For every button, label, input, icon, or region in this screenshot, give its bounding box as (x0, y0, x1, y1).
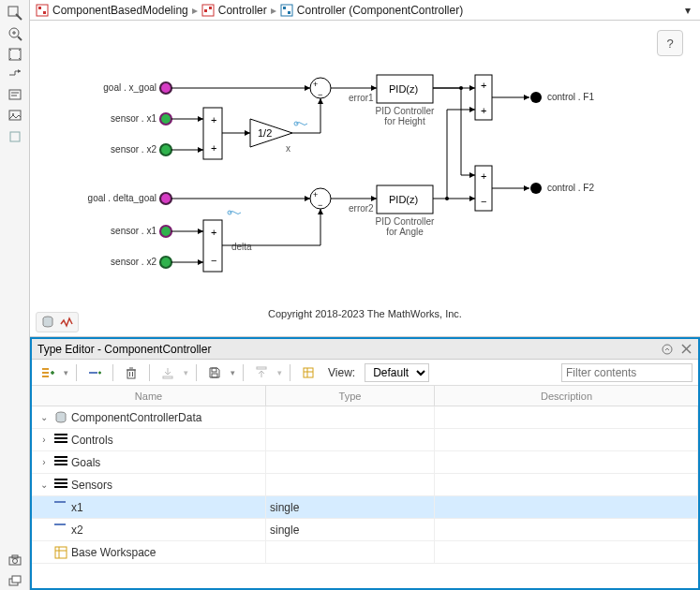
svg-point-29 (160, 82, 171, 94)
inport-sensor-x1-lower[interactable]: sensor . x1 (111, 226, 171, 237)
svg-text:PID Controllerfor Height: PID Controllerfor Height (376, 106, 435, 126)
svg-text:PID(z): PID(z) (389, 194, 418, 205)
svg-text:−: − (211, 255, 216, 266)
svg-text:+: + (313, 190, 318, 199)
type-editor-toolbar: ▾ ▾ ▾ ▾ View: Default (32, 360, 698, 386)
box-icon[interactable] (6, 127, 24, 146)
sum-error1-block[interactable]: + − (310, 78, 331, 99)
row-name: Sensors (71, 479, 112, 492)
expander-icon[interactable]: ⌄ (37, 479, 51, 490)
svg-point-58 (160, 193, 171, 204)
layers-icon[interactable] (6, 571, 24, 590)
svg-text:+: + (211, 227, 216, 238)
zoom-fit-icon[interactable] (6, 4, 24, 22)
left-toolbar (0, 0, 30, 590)
outport-control-f1[interactable]: control . F1 (530, 92, 594, 103)
breadcrumb-item-1[interactable]: Controller (201, 4, 267, 17)
outport-control-f2[interactable]: control . F2 (530, 183, 594, 194)
svg-rect-22 (43, 11, 46, 14)
type-row-componentcontrollerdata[interactable]: ⌄ComponentControllerData (32, 406, 698, 429)
new-element-icon[interactable] (84, 362, 105, 383)
data-dict-icon[interactable] (40, 315, 55, 330)
type-row-controls[interactable]: ›Controls (32, 429, 698, 451)
row-name: Goals (71, 456, 100, 469)
export-icon[interactable] (251, 362, 272, 383)
canvas-footer-icons (36, 312, 79, 332)
sources-icon[interactable] (298, 362, 319, 383)
inport-sensor-x2-lower[interactable]: sensor . x2 (111, 257, 171, 268)
import-icon[interactable] (157, 362, 178, 383)
type-row-x2[interactable]: x2single (32, 519, 698, 541)
svg-text:goal . x_goal: goal . x_goal (103, 82, 156, 93)
svg-line-3 (18, 37, 22, 40)
svg-text:+: + (481, 170, 486, 182)
fit-to-view-icon[interactable] (6, 45, 24, 64)
svg-point-87 (663, 345, 672, 354)
diagram-svg: goal . x_goal sensor . x1 sensor . x2 + … (30, 21, 700, 320)
expander-icon[interactable]: ⌄ (37, 412, 51, 422)
delete-icon[interactable] (121, 362, 141, 383)
type-row-x1[interactable]: x1single (32, 496, 698, 519)
inport-sensor-x2-upper[interactable]: sensor . x2 (111, 144, 171, 155)
sum-error2-block[interactable]: + − (310, 188, 331, 210)
new-bus-icon[interactable] (37, 362, 58, 383)
svg-text:error1: error1 (349, 93, 374, 103)
step-icon[interactable] (6, 66, 24, 84)
svg-rect-96 (163, 376, 172, 378)
svg-rect-99 (257, 367, 266, 369)
col-type[interactable]: Type (266, 386, 435, 406)
minimize-icon[interactable] (661, 343, 674, 356)
type-editor-panel: Type Editor - ComponentController ▾ ▾ ▾ … (30, 337, 700, 590)
camera-icon[interactable] (6, 551, 24, 569)
inport-goal-delta_goal[interactable]: goal . delta_goal (88, 193, 171, 204)
svg-marker-8 (18, 69, 21, 73)
svg-text:control . F2: control . F2 (547, 183, 594, 193)
svg-text:1/2: 1/2 (258, 127, 272, 139)
svg-rect-100 (304, 368, 313, 377)
type-editor-columns: Name Type Description (32, 386, 698, 406)
row-name: Controls (71, 434, 113, 447)
annotation-icon[interactable] (6, 86, 24, 105)
row-name: x2 (71, 524, 83, 537)
main-column: ComponentBasedModeling ▸ Controller ▸ Co… (30, 0, 700, 590)
inport-sensor-x1-upper[interactable]: sensor . x1 (111, 113, 171, 125)
breadcrumb-dropdown-icon[interactable]: ▾ (681, 4, 694, 17)
svg-point-82 (459, 86, 463, 90)
breadcrumb-item-2[interactable]: Controller (ComponentController) (280, 4, 463, 17)
subsystem-icon (201, 4, 215, 17)
expander-icon[interactable]: › (37, 457, 51, 467)
type-row-base-workspace[interactable]: Base Workspace (32, 541, 698, 564)
diagram-canvas[interactable]: ? goal . x_goal sensor . x1 sensor . x2 … (30, 21, 700, 337)
filter-contents-input[interactable] (561, 363, 693, 382)
breadcrumb-label-1: Controller (218, 4, 267, 17)
svg-rect-23 (202, 5, 214, 16)
inport-goal-x_goal[interactable]: goal . x_goal (103, 82, 171, 94)
svg-text:+: + (211, 142, 216, 154)
svg-text:sensor . x2: sensor . x2 (111, 144, 156, 155)
zoom-in-icon[interactable] (6, 24, 24, 43)
type-row-sensors[interactable]: ⌄Sensors (32, 474, 698, 496)
close-icon[interactable] (679, 343, 693, 356)
col-name[interactable]: Name (32, 386, 266, 406)
type-row-goals[interactable]: ›Goals (32, 451, 698, 474)
svg-rect-14 (10, 132, 20, 141)
row-name: ComponentControllerData (71, 411, 201, 424)
type-editor-title: Type Editor - ComponentController (37, 343, 211, 356)
svg-point-33 (160, 144, 171, 155)
expander-icon[interactable]: › (37, 435, 51, 445)
breadcrumb-sep-icon: ▸ (192, 4, 198, 17)
svg-rect-97 (212, 368, 216, 372)
diagnostics-icon[interactable] (59, 315, 74, 330)
svg-rect-19 (12, 576, 21, 583)
breadcrumb-item-0[interactable]: ComponentBasedModeling (36, 4, 188, 17)
svg-point-60 (160, 226, 171, 237)
image-icon[interactable] (6, 107, 24, 125)
type-editor-body[interactable]: ⌄ComponentControllerData›Controls›Goals⌄… (32, 406, 698, 588)
svg-rect-9 (9, 90, 21, 99)
save-icon[interactable] (204, 362, 225, 383)
svg-text:delta: delta (231, 242, 252, 252)
svg-text:sensor . x1: sensor . x1 (111, 113, 156, 124)
col-desc[interactable]: Description (435, 386, 698, 406)
svg-text:control . F1: control . F1 (547, 92, 594, 102)
view-select[interactable]: Default (365, 363, 429, 382)
